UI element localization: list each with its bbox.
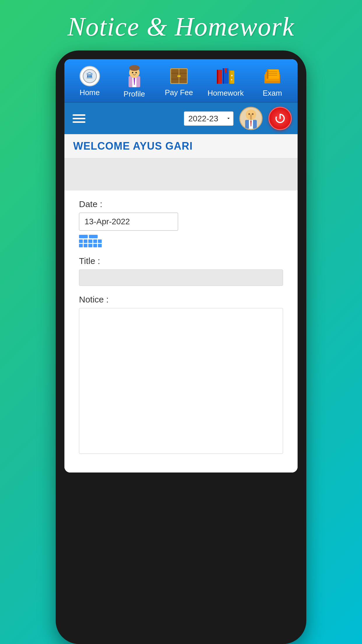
nav-item-homework[interactable]: ★ ★ Homework [208, 65, 244, 98]
welcome-bar: WELCOME AYUS GARI [64, 134, 298, 158]
welcome-message: WELCOME AYUS GARI [73, 140, 193, 152]
date-section: Date : [79, 199, 283, 247]
date-input[interactable] [79, 213, 178, 231]
notice-textarea[interactable] [79, 308, 283, 454]
exam-label: Exam [263, 89, 282, 98]
main-content: WELCOME AYUS GARI Date : [64, 134, 298, 473]
svg-point-39 [248, 113, 250, 115]
svg-rect-25 [229, 71, 230, 84]
svg-point-8 [135, 72, 137, 74]
svg-rect-12 [178, 75, 179, 77]
profile-label: Profile [124, 90, 145, 99]
svg-point-40 [252, 113, 254, 115]
second-navigation: 2022-23 2021-22 2020-21 [64, 102, 298, 134]
payfee-icon [169, 66, 189, 86]
date-label: Date : [79, 199, 283, 209]
title-section: Title : [79, 256, 283, 286]
profile-icon [124, 64, 145, 88]
form-area: Date : [64, 190, 298, 473]
phone-screen: 🏛 Home [64, 59, 298, 473]
nav-item-exam[interactable]: Exam [256, 65, 288, 98]
svg-rect-30 [267, 69, 279, 79]
exam-icon [262, 65, 282, 87]
top-navigation: 🏛 Home [64, 59, 298, 102]
svg-rect-19 [217, 70, 218, 84]
nav-item-home[interactable]: 🏛 Home [74, 66, 106, 97]
nav-item-payfee[interactable]: Pay Fee [163, 66, 195, 97]
hamburger-line-2 [73, 118, 85, 119]
notice-label: Notice : [79, 295, 283, 304]
notice-section: Notice : [79, 295, 283, 455]
power-button[interactable] [268, 107, 292, 130]
page-title: Notice & Homework [0, 0, 362, 50]
homework-icon: ★ ★ [215, 65, 236, 87]
nav-item-profile[interactable]: Profile [118, 64, 150, 99]
svg-rect-22 [223, 68, 224, 84]
hamburger-line-1 [73, 114, 85, 116]
home-label: Home [80, 88, 100, 97]
svg-rect-13 [179, 75, 180, 77]
year-selector[interactable]: 2022-23 2021-22 2020-21 [184, 111, 233, 126]
svg-rect-38 [250, 115, 252, 120]
svg-text:★: ★ [231, 78, 233, 81]
title-input[interactable] [79, 270, 283, 286]
payfee-label: Pay Fee [165, 88, 193, 97]
phone-frame: 🏛 Home [56, 50, 306, 644]
svg-point-6 [129, 65, 140, 71]
banner-area [64, 158, 298, 190]
hamburger-menu[interactable] [70, 112, 88, 125]
svg-text:🏛: 🏛 [86, 72, 93, 80]
svg-rect-34 [267, 69, 268, 79]
title-label: Title : [79, 256, 283, 266]
svg-text:★: ★ [231, 74, 233, 77]
home-icon: 🏛 [80, 66, 100, 86]
homework-label: Homework [208, 89, 244, 98]
hamburger-line-3 [73, 121, 85, 123]
svg-point-7 [132, 72, 133, 74]
user-avatar [239, 107, 263, 130]
